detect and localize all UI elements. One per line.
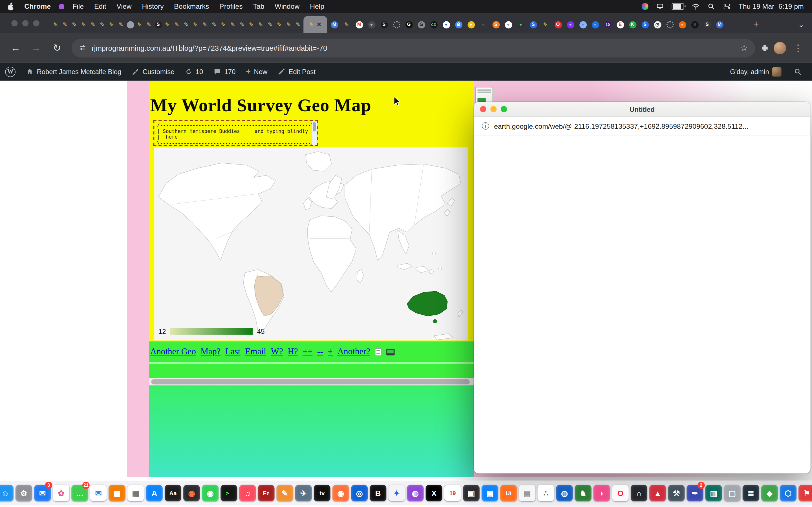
dock-icon[interactable]: ♫ — [239, 483, 256, 503]
browser-tab[interactable]: ● — [577, 17, 589, 32]
tab-close-icon[interactable]: ✕ — [317, 21, 321, 28]
dock-icon[interactable]: ◉ — [201, 483, 219, 503]
browser-tab[interactable]: ✎ — [238, 17, 246, 32]
link-[interactable]: -- — [317, 347, 323, 357]
browser-tab[interactable]: ● — [478, 17, 489, 32]
menubar-item-bookmarks[interactable]: Bookmarks — [169, 3, 214, 10]
battery-icon[interactable] — [672, 3, 684, 10]
earth-titlebar[interactable]: Untitled — [474, 102, 811, 117]
close-window-button[interactable] — [11, 20, 17, 26]
dock-icon[interactable]: ⌂ — [630, 483, 648, 503]
zoom-window-button[interactable] — [501, 106, 507, 112]
menubar-item-view[interactable]: View — [111, 3, 137, 10]
back-button[interactable]: ← — [6, 39, 25, 57]
link-[interactable]: + — [327, 347, 333, 357]
tasmania[interactable] — [433, 319, 437, 323]
forward-button[interactable]: → — [27, 39, 46, 57]
dock-icon[interactable]: ⚙ — [15, 483, 33, 503]
browser-tab[interactable] — [391, 17, 402, 32]
browser-tab[interactable]: M — [354, 17, 364, 32]
earth-url-text[interactable]: earth.google.com/web/@-2116.197258135337… — [494, 122, 748, 130]
active-tab[interactable]: ✎ ✕ — [303, 16, 327, 33]
dock-icon[interactable]: ✉ — [90, 483, 107, 503]
browser-tab[interactable]: ✎ — [117, 17, 125, 32]
adminbar-account[interactable]: G'day, admin — [725, 62, 786, 80]
browser-tab[interactable]: ✎ — [98, 17, 106, 32]
minimize-window-button[interactable] — [22, 20, 29, 26]
link-anothergeo[interactable]: Another Geo — [150, 347, 196, 357]
dock-icon[interactable]: ▣ — [462, 483, 480, 503]
browser-tab[interactable]: CD — [428, 17, 439, 32]
link-map[interactable]: Map? — [200, 347, 220, 357]
browser-tab[interactable]: ✎ — [201, 17, 209, 32]
control-center-icon[interactable] — [723, 3, 731, 10]
browser-tab[interactable]: S — [490, 17, 501, 32]
dock-icon[interactable]: O — [612, 483, 629, 503]
link-[interactable]: ++ — [303, 347, 312, 357]
browser-tab[interactable]: ✎ — [173, 17, 181, 32]
extensions-icon[interactable] — [760, 43, 769, 52]
browser-tab[interactable]: E — [615, 17, 626, 32]
browser-tab[interactable]: ✎ — [136, 17, 144, 32]
adminbar-updates[interactable]: 10 — [180, 62, 208, 80]
wifi-icon[interactable] — [692, 3, 700, 10]
dock-icon[interactable]: Aa — [164, 483, 182, 503]
dock-icon[interactable]: …21 — [71, 483, 89, 503]
dock-icon[interactable]: 19 — [444, 483, 461, 503]
bookmark-star-icon[interactable]: ☆ — [741, 43, 748, 53]
browser-tab[interactable]: ● — [565, 17, 576, 32]
dock-icon[interactable]: ☺ — [0, 483, 14, 503]
dock-icon[interactable]: ⚑ — [798, 483, 812, 503]
colorful-status-icon[interactable] — [642, 3, 649, 10]
browser-tab[interactable] — [126, 17, 134, 32]
browser-tab[interactable]: K — [627, 17, 638, 32]
dock-icon[interactable]: ✦ — [388, 483, 405, 503]
wp-logo-menu[interactable]: W — [0, 62, 20, 80]
browser-tab[interactable]: ✎ — [70, 17, 79, 32]
browser-tab[interactable]: ✎ — [210, 17, 218, 32]
dock-icon[interactable]: Fz — [257, 483, 275, 503]
dock-icon[interactable]: ◗ — [593, 483, 610, 503]
dock-icon[interactable]: ◎ — [350, 483, 368, 503]
browser-tab[interactable]: ● — [503, 17, 514, 32]
browser-tab[interactable]: ● — [515, 17, 526, 32]
dock-icon[interactable]: ◍ — [556, 483, 573, 503]
dock-icon[interactable]: ✉3 — [34, 483, 51, 503]
geo-textarea[interactable]: /---------------------------------------… — [153, 120, 318, 146]
browser-tab[interactable]: ● — [677, 17, 688, 32]
browser-tab[interactable]: G — [416, 17, 427, 32]
browser-tab[interactable]: ✎ — [220, 17, 227, 32]
adminbar-edit-post[interactable]: Edit Post — [273, 62, 321, 80]
close-window-button[interactable] — [480, 106, 486, 112]
dock-icon[interactable]: ▢ — [723, 483, 741, 503]
computer-icon[interactable] — [386, 348, 395, 355]
menubar-item-profiles[interactable]: Profiles — [214, 3, 248, 10]
dock-icon[interactable]: ▲ — [649, 483, 666, 503]
browser-tab[interactable]: S — [378, 17, 390, 32]
horizontal-scroll-thumb[interactable] — [151, 379, 470, 384]
screen-mirroring-icon[interactable] — [656, 3, 664, 10]
menubar-item-tab[interactable]: Tab — [248, 3, 269, 10]
dock-icon[interactable]: ⬡ — [779, 483, 797, 503]
link-h[interactable]: H? — [288, 347, 298, 357]
browser-tab[interactable]: M — [329, 17, 340, 32]
browser-tab[interactable]: ✎ — [192, 17, 200, 32]
dock-icon[interactable]: ▥ — [705, 483, 722, 503]
adminbar-customise[interactable]: Customise — [126, 62, 180, 80]
browser-tab[interactable]: ✎ — [248, 17, 255, 32]
dock-icon[interactable]: ◍ — [407, 483, 424, 503]
link-last[interactable]: Last — [225, 347, 241, 357]
dock-icon[interactable]: ✈ — [295, 483, 312, 503]
browser-tab[interactable]: ◷ — [652, 17, 663, 32]
profile-avatar[interactable] — [774, 42, 786, 54]
browser-tab[interactable]: S — [702, 17, 713, 32]
browser-tab[interactable]: G — [403, 17, 414, 32]
browser-tab[interactable]: ● — [441, 17, 452, 32]
adminbar-new[interactable]: + New — [241, 62, 273, 80]
menubar-app-name[interactable]: Chrome — [19, 3, 56, 10]
browser-tab[interactable]: ✎ — [108, 17, 116, 32]
dock-icon[interactable]: ▦ — [108, 483, 126, 503]
dock-icon[interactable]: tv — [313, 483, 331, 503]
minimize-window-button[interactable] — [490, 106, 497, 112]
dock-icon[interactable]: ♞ — [574, 483, 592, 503]
